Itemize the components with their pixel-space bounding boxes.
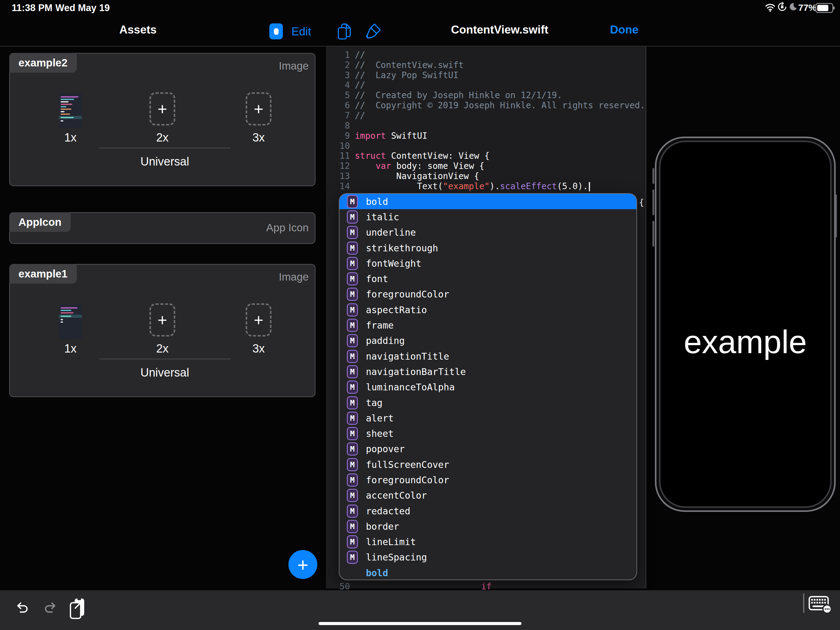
autocomplete-item-label: border xyxy=(366,521,399,532)
asset-type-label: Image xyxy=(279,60,309,72)
autocomplete-item[interactable]: MlineSpacing xyxy=(339,550,636,565)
autocomplete-item-label: strikethrough xyxy=(366,243,438,253)
code-line: 5// Created by Joseph Hinkle on 12/1/19. xyxy=(326,90,646,100)
text-cursor xyxy=(589,182,590,192)
modifier-m-icon: M xyxy=(347,350,358,363)
plus-icon: + xyxy=(297,554,308,576)
code-text: // xyxy=(355,80,365,90)
autocomplete-item[interactable]: Mbold xyxy=(339,194,636,209)
autocomplete-item[interactable]: Mredacted xyxy=(339,503,636,519)
assets-tab-icon[interactable] xyxy=(269,24,283,40)
autocomplete-item[interactable]: MaspectRatio xyxy=(339,302,636,317)
autocomplete-item[interactable]: Mborder xyxy=(339,519,636,534)
autocomplete-item[interactable]: Mtag xyxy=(339,395,636,410)
autocomplete-item[interactable]: Mpopover xyxy=(339,442,636,457)
modifier-m-icon: M xyxy=(347,520,358,533)
code-line: 10 xyxy=(326,141,646,151)
asset-slot-3x[interactable]: + xyxy=(246,303,272,337)
phone-bezel: example xyxy=(659,141,832,508)
autocomplete-item-label: fontWeight xyxy=(366,258,422,269)
idiom-label: Universal xyxy=(99,366,231,379)
wifi-icon xyxy=(765,3,775,12)
code-line: 3// Lazy Pop SwiftUI xyxy=(326,70,646,80)
edit-button[interactable]: Edit xyxy=(292,25,311,38)
autocomplete-item[interactable]: MforegroundColor xyxy=(339,287,636,302)
autocomplete-item-label: alert xyxy=(366,413,393,424)
autocomplete-item[interactable]: Mpadding xyxy=(339,333,636,348)
modifier-m-icon: M xyxy=(347,412,358,425)
live-preview-phone: example xyxy=(655,136,836,512)
autocomplete-item[interactable]: Mfont xyxy=(339,271,636,287)
autocomplete-item-label: navigationBarTitle xyxy=(366,366,466,377)
asset-slot-1x-thumbnail[interactable] xyxy=(59,93,82,128)
autocomplete-item[interactable]: Msheet xyxy=(339,426,636,441)
modifier-m-icon: M xyxy=(347,211,358,224)
keyboard-shortcuts-icon[interactable] xyxy=(808,595,832,613)
modifier-m-icon: M xyxy=(347,380,358,394)
phone-screen: example xyxy=(666,148,825,501)
code-fragment-brace: { xyxy=(639,198,644,207)
autocomplete-item-label: italic xyxy=(366,212,399,222)
autocomplete-item[interactable]: MfontWeight xyxy=(339,256,636,271)
autocomplete-item[interactable]: MluminanceToAlpha xyxy=(339,380,636,395)
asset-card-appicon[interactable]: AppIcon App Icon xyxy=(9,212,316,244)
modifier-m-icon: M xyxy=(347,535,358,548)
asset-card-example2[interactable]: example2 Image + + 1x 2x 3x Universal xyxy=(9,53,316,186)
line-number: 2 xyxy=(326,60,355,70)
code-line: 2// ContentView.swift xyxy=(326,60,646,70)
modifier-m-icon: M xyxy=(347,195,358,208)
autocomplete-item[interactable]: MfullScreenCover xyxy=(339,457,636,472)
autocomplete-item-label: sheet xyxy=(366,428,393,439)
asset-slot-2x[interactable]: + xyxy=(149,92,175,125)
autocomplete-item[interactable]: MnavigationTitle xyxy=(339,348,636,364)
paste-icon[interactable] xyxy=(69,598,85,619)
autocomplete-item[interactable]: Munderline xyxy=(339,225,636,240)
autocomplete-item[interactable]: Mstrikethrough xyxy=(339,240,636,256)
modifier-m-icon: M xyxy=(347,319,358,332)
autocomplete-item-label: font xyxy=(366,274,388,284)
asset-name-badge: example2 xyxy=(9,53,77,73)
toolbar-divider xyxy=(803,594,804,613)
plus-icon: + xyxy=(158,101,167,117)
asset-slot-2x[interactable]: + xyxy=(149,303,175,337)
autocomplete-item[interactable]: Mframe xyxy=(339,317,636,333)
copy-icon[interactable] xyxy=(337,23,353,41)
autocomplete-detail: bold xyxy=(339,565,636,578)
card-divider xyxy=(99,359,231,359)
line-number: 10 xyxy=(326,141,355,151)
slot-label-1x: 1x xyxy=(57,131,83,144)
asset-slot-3x[interactable]: + xyxy=(246,92,272,125)
code-line: 12 var body: some View { xyxy=(326,161,646,171)
autocomplete-item-label: aspectRatio xyxy=(366,304,427,315)
autocomplete-item[interactable]: MlineLimit xyxy=(339,534,636,550)
paintbrush-icon[interactable] xyxy=(365,23,381,40)
code-text: // xyxy=(355,50,365,60)
code-line: 8 xyxy=(326,120,646,131)
plus-icon: + xyxy=(254,101,264,117)
modifier-m-icon: M xyxy=(347,458,358,471)
autocomplete-item[interactable]: Mitalic xyxy=(339,209,636,225)
line-number: 11 xyxy=(326,151,355,161)
slot-label-1x: 1x xyxy=(57,342,83,355)
modifier-m-icon: M xyxy=(347,473,358,487)
undo-icon[interactable] xyxy=(15,600,30,616)
asset-card-example1[interactable]: example1 Image + + 1x 2x 3x Universal xyxy=(9,264,316,397)
line-number: 6 xyxy=(326,100,355,111)
asset-slot-1x-thumbnail[interactable] xyxy=(59,304,82,339)
add-asset-button[interactable]: + xyxy=(288,550,317,579)
redo-icon[interactable] xyxy=(43,600,58,616)
done-button[interactable]: Done xyxy=(610,24,639,36)
autocomplete-item[interactable]: MaccentColor xyxy=(339,488,636,503)
moon-icon xyxy=(788,2,797,11)
autocomplete-item-label: navigationTitle xyxy=(366,351,449,362)
autocomplete-item[interactable]: MforegroundColor xyxy=(339,472,636,488)
line-number: 8 xyxy=(326,120,355,131)
autocomplete-item[interactable]: MnavigationBarTitle xyxy=(339,364,636,379)
code-line: 6// Copyright © 2019 Joseph Hinkle. All … xyxy=(326,100,646,111)
autocomplete-item[interactable]: Malert xyxy=(339,410,636,426)
idiom-label: Universal xyxy=(99,155,231,168)
home-indicator[interactable] xyxy=(319,622,521,625)
autocomplete-item-label: redacted xyxy=(366,506,411,516)
modifier-m-icon: M xyxy=(347,365,358,378)
line-number: 4 xyxy=(326,80,355,90)
